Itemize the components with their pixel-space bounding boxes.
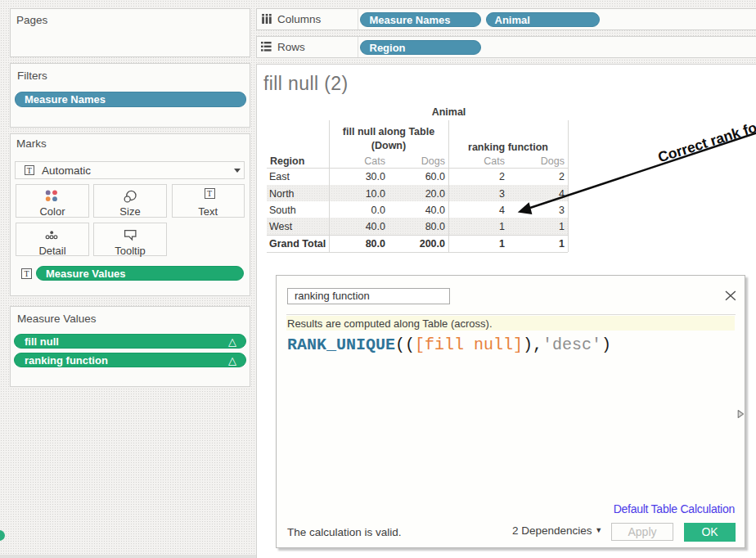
svg-text:Correct rank fo: Correct rank fo: [656, 119, 756, 166]
